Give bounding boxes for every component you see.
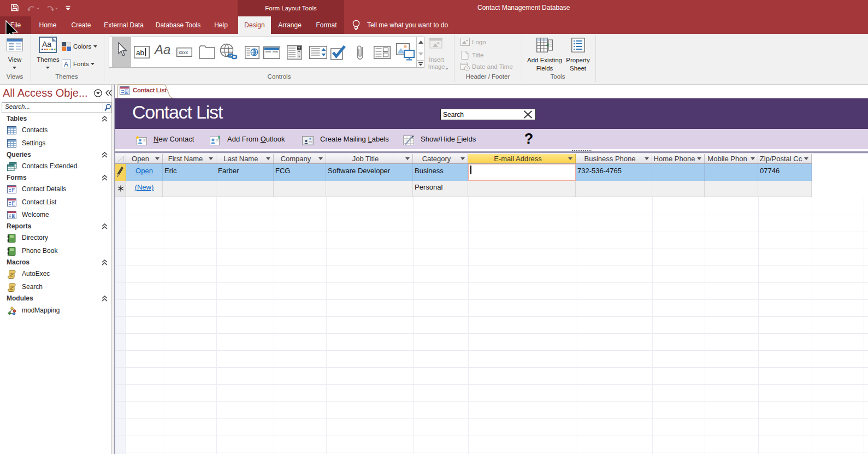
- svg-text:A: A: [64, 61, 68, 68]
- svg-text:xxxx: xxxx: [179, 50, 188, 55]
- svg-text:ab: ab: [136, 49, 144, 57]
- svg-text:Aa: Aa: [42, 40, 51, 49]
